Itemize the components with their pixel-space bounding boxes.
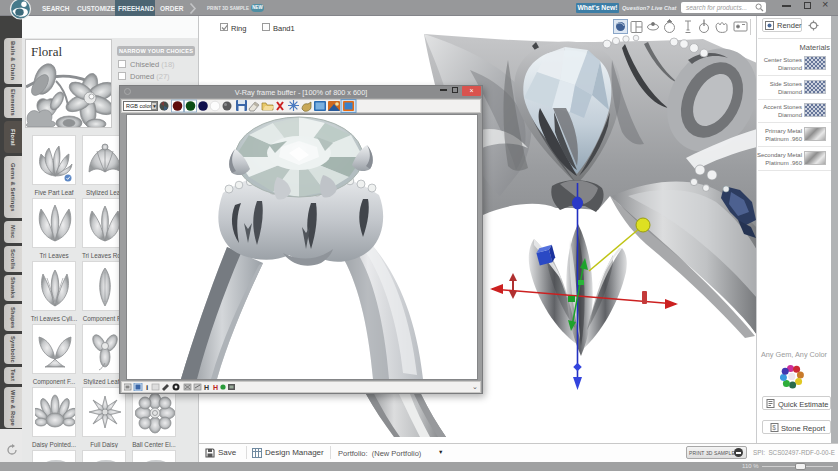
svg-text:i: i [146, 383, 148, 391]
svg-text:H: H [213, 384, 218, 391]
svg-text:H: H [204, 384, 209, 391]
svg-text:$: $ [772, 424, 776, 431]
